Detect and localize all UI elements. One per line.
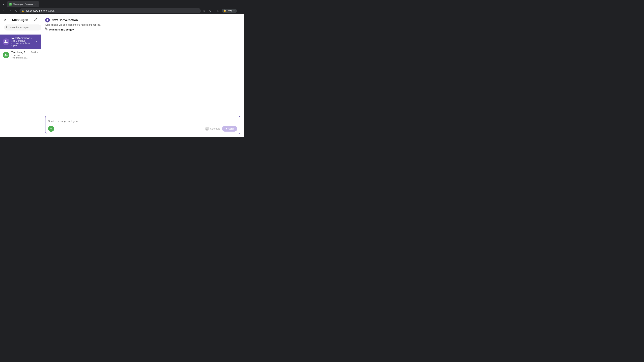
layout-button[interactable]: ⊡ — [216, 8, 221, 13]
tab-title: Messages - Seesaw — [13, 3, 33, 5]
message-input-area: + Schedule — [45, 116, 240, 134]
conversation-info-teachers: Teachers, Families in Moodjoy 1 member Y… — [12, 51, 29, 59]
schedule-icon — [205, 127, 209, 131]
avatar-teachers — [3, 52, 10, 58]
new-tab-button[interactable]: + — [40, 2, 44, 6]
tab-favicon: S — [9, 3, 12, 5]
sidebar-header: ✕ Messages — [0, 14, 41, 24]
tab-close-button[interactable]: × — [34, 3, 37, 6]
back-button[interactable]: ← — [1, 8, 7, 13]
reload-button[interactable]: ↻ — [14, 8, 19, 13]
conversation-header-title: New Conversation — [45, 18, 240, 22]
search-icon — [6, 26, 9, 29]
text-cursor — [237, 118, 237, 121]
send-button[interactable]: Send — [222, 126, 237, 132]
address-bar[interactable]: 🔒 app.seesaw.me/c/conv.draft — [20, 8, 201, 13]
add-attachment-button[interactable]: + — [48, 126, 54, 132]
conv-name-new: New Conversation — [12, 36, 32, 39]
incognito-icon: 🕵 — [224, 9, 226, 12]
active-tab[interactable]: S Messages - Seesaw × — [7, 1, 39, 7]
send-label: Send — [228, 127, 234, 130]
conv-time-teachers: 5:44 PM — [31, 51, 38, 53]
toolbar-icons: ☆ ⧉ ⊡ 🕵 Incognito ⋮ — [202, 8, 243, 13]
message-area — [41, 34, 244, 116]
conv-header-name: New Conversation — [52, 18, 78, 22]
conv-preview-teachers: You: This is a sample note. — [12, 57, 29, 59]
conv-header-description: All recipients will see each other's nam… — [45, 23, 240, 26]
message-input-footer: + Schedule — [48, 126, 237, 132]
avatar-new-conversation — [3, 38, 10, 45]
extensions-button[interactable]: ⧉ — [208, 8, 213, 13]
security-icon: 🔒 — [22, 9, 24, 12]
message-input[interactable] — [48, 118, 236, 124]
schedule-button[interactable]: Schedule — [205, 127, 220, 131]
conversation-item-teachers[interactable]: Teachers, Families in Moodjoy 1 member Y… — [0, 49, 41, 61]
app-container: ✕ Messages — [0, 14, 244, 137]
conversation-item-new[interactable]: New Conversation 1-on-1 or group message… — [0, 34, 41, 49]
main-content: New Conversation All recipients will see… — [41, 14, 244, 137]
conversation-info-new: New Conversation 1-on-1 or group message… — [12, 36, 32, 47]
conv-close-new-button[interactable]: ✕ — [34, 40, 38, 44]
incognito-label: Incognito — [227, 9, 235, 12]
svg-point-8 — [5, 40, 6, 41]
sidebar: ✕ Messages — [0, 14, 41, 137]
chrome-menu-button[interactable]: ⋮ — [238, 8, 243, 13]
forward-button[interactable]: → — [8, 8, 13, 13]
to-label: To — [45, 28, 48, 31]
address-bar-row: ← → ↻ 🔒 app.seesaw.me/c/conv.draft ☆ ⧉ ⊡… — [0, 7, 244, 14]
message-actions: Schedule Send — [205, 126, 237, 132]
tab-bar: ▼ S Messages - Seesaw × + — [0, 0, 244, 7]
conv-subtitle-teachers: 1 member — [12, 54, 29, 56]
conv-subtitle-new: 1-on-1 or group message with shared repl… — [12, 40, 32, 47]
conv-name-teachers: Teachers, Families in Moodjoy — [12, 51, 29, 54]
incognito-badge: 🕵 Incognito — [222, 9, 237, 13]
compose-button[interactable] — [33, 17, 38, 22]
schedule-label: Schedule — [210, 127, 220, 130]
conversation-header: New Conversation All recipients will see… — [41, 14, 244, 34]
to-field: To Teachers in Moodjoy — [45, 28, 240, 31]
svg-marker-12 — [225, 128, 227, 130]
to-recipient: Teachers in Moodjoy — [49, 28, 74, 31]
tab-nav-back[interactable]: ▼ — [1, 2, 6, 6]
search-input[interactable] — [10, 26, 40, 29]
sidebar-title: Messages — [12, 18, 28, 22]
chat-bubble-icon — [45, 18, 50, 22]
browser-chrome: ▼ S Messages - Seesaw × + ← → ↻ 🔒 app.se… — [0, 0, 244, 14]
url-text: app.seesaw.me/c/conv.draft — [26, 9, 199, 12]
tab-navigation: ▼ — [1, 2, 6, 6]
send-icon — [225, 127, 228, 130]
svg-point-9 — [5, 53, 6, 55]
sidebar-close-button[interactable]: ✕ — [3, 17, 8, 22]
svg-line-1 — [8, 28, 8, 28]
bookmark-button[interactable]: ☆ — [202, 8, 207, 13]
search-bar — [4, 24, 42, 30]
